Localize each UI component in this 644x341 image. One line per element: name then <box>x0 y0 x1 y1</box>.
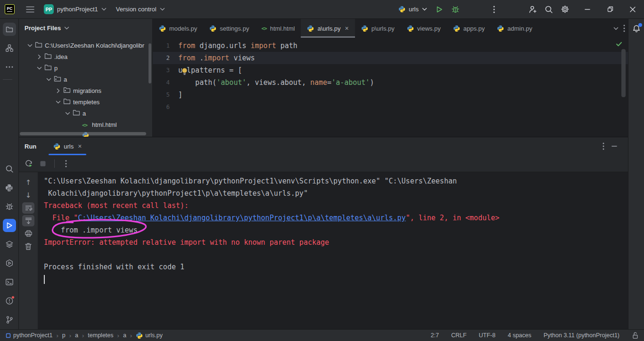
tool-stripe-debug[interactable] <box>3 200 16 213</box>
main-menu-button[interactable] <box>22 2 38 17</box>
tab-list-chevron-button[interactable] <box>613 27 619 30</box>
line-number[interactable]: 6 <box>153 101 170 113</box>
tool-stripe-python-console[interactable] <box>3 181 16 194</box>
editor-tab[interactable]: apps.py <box>447 19 491 38</box>
tool-stripe-version-control[interactable] <box>3 313 16 326</box>
project-vertical-scrollbar[interactable] <box>149 43 151 83</box>
caret-position[interactable]: 2:7 <box>431 332 439 339</box>
print-button[interactable] <box>22 228 34 239</box>
more-actions-button[interactable] <box>487 2 502 17</box>
chevron-down-icon[interactable] <box>26 44 33 47</box>
code-line[interactable]: urlpatterns = [ <box>178 64 628 76</box>
code-with-me-button[interactable] <box>525 2 540 17</box>
down-stacktrace-button[interactable]: ↓ <box>22 190 34 201</box>
editor-code[interactable]: from django.urls import pathfrom .import… <box>178 40 628 137</box>
project-panel: Project Files C:\Users\Zeeshan Kolachi\d… <box>19 19 153 137</box>
breadcrumb-item[interactable]: pythonProject1 <box>6 332 52 339</box>
breadcrumb-item[interactable]: a <box>123 332 126 339</box>
breadcrumb-item[interactable]: a <box>75 332 78 339</box>
console-output[interactable]: "C:\Users\Zeeshan Kolachi\djangolibrary\… <box>38 172 628 329</box>
editor-tab[interactable]: p\urls.py <box>355 19 401 38</box>
debug-button[interactable] <box>448 2 463 17</box>
tool-stripe-terminal[interactable] <box>3 275 16 289</box>
close-button[interactable] <box>625 2 640 17</box>
code-line[interactable]: from django.urls import path <box>178 40 628 52</box>
editor-tab[interactable]: views.py <box>401 19 447 38</box>
chevron-down-icon[interactable] <box>55 100 61 104</box>
search-everywhere-button[interactable] <box>541 2 556 17</box>
line-number[interactable]: 5 <box>153 89 170 101</box>
chevron-down-icon[interactable] <box>64 112 71 115</box>
file-link[interactable]: C:\Users\Zeeshan Kolachi\djangolibrary\p… <box>78 214 405 222</box>
tool-stripe-problems[interactable] <box>3 294 16 308</box>
version-control-widget[interactable]: Version control <box>112 2 169 17</box>
breadcrumb-item[interactable]: templetes <box>88 332 113 339</box>
line-number[interactable]: 4 <box>153 76 170 89</box>
tool-stripe-more-tool-windows[interactable] <box>3 60 16 74</box>
chevron-down-icon[interactable] <box>45 78 52 81</box>
code-editor[interactable]: 123456 from django.urls import pathfrom … <box>153 38 628 137</box>
editor-tab[interactable]: <>html.html <box>255 19 301 38</box>
tool-stripe-services[interactable] <box>3 238 16 251</box>
run-options-button[interactable] <box>603 142 604 150</box>
hide-tool-window-button[interactable] <box>611 143 618 150</box>
project-widget[interactable]: PP pythonProject1 <box>40 2 110 17</box>
maximize-button[interactable] <box>603 2 618 17</box>
breadcrumb-item[interactable]: urls.py <box>136 332 163 339</box>
tree-row[interactable]: templetes <box>19 96 152 108</box>
line-number[interactable]: 1 <box>153 40 170 52</box>
chevron-down-icon[interactable] <box>36 67 42 70</box>
tool-stripe-project[interactable] <box>3 23 16 36</box>
tree-row[interactable]: p <box>19 62 152 74</box>
editor-tab[interactable]: settings.py <box>203 19 255 38</box>
editor-tab[interactable]: models.py <box>153 19 203 38</box>
tree-row[interactable]: <>html.html <box>19 119 152 130</box>
more-button[interactable] <box>60 158 72 170</box>
tool-stripe-search[interactable] <box>3 162 16 175</box>
run-config-widget[interactable]: urls <box>395 2 431 17</box>
tool-stripe-profiler[interactable] <box>3 257 16 270</box>
scroll-to-end-button[interactable] <box>22 215 34 226</box>
stop-button[interactable] <box>37 158 49 170</box>
lock-open-icon[interactable] <box>632 332 638 339</box>
tab-close-button[interactable]: × <box>345 25 349 32</box>
tree-row[interactable]: migrations <box>19 85 152 96</box>
run-tab-close-button[interactable]: × <box>78 143 82 150</box>
chevron-right-icon[interactable] <box>55 88 61 93</box>
run-tab[interactable]: urls × <box>49 137 86 155</box>
project-panel-header[interactable]: Project Files <box>19 19 152 37</box>
editor-tab[interactable]: admin.py <box>491 19 538 38</box>
breadcrumb-item[interactable]: p <box>62 332 66 339</box>
tool-stripe-run[interactable] <box>3 219 16 232</box>
project-horizontal-scrollbar[interactable] <box>20 132 146 135</box>
run-button[interactable] <box>432 2 447 17</box>
editor-gutter[interactable]: 123456 <box>153 40 178 137</box>
console-line <box>44 249 628 261</box>
indent-style[interactable]: 4 spaces <box>508 332 531 339</box>
chevron-right-icon[interactable] <box>36 54 42 59</box>
editor-scrollbar[interactable] <box>621 49 626 97</box>
python-interpreter[interactable]: Python 3.11 (pythonProject1) <box>544 332 619 339</box>
line-number[interactable]: 2 <box>153 52 170 64</box>
file-encoding[interactable]: UTF-8 <box>479 332 495 339</box>
line-number[interactable]: 3 <box>153 64 170 76</box>
tool-stripe-structure[interactable] <box>3 42 16 55</box>
code-line[interactable] <box>178 101 628 113</box>
code-line[interactable]: from .import views <box>178 52 628 64</box>
up-stacktrace-button[interactable]: ↑ <box>22 177 34 188</box>
rerun-button[interactable] <box>23 158 35 170</box>
tree-row[interactable]: C:\Users\Zeeshan Kolachi\djangolibr <box>19 40 152 51</box>
tab-options-button[interactable] <box>623 25 625 32</box>
tree-row[interactable]: a <box>19 108 152 119</box>
soft-wrap-button[interactable] <box>22 202 34 214</box>
clear-all-button[interactable] <box>22 241 34 252</box>
notifications-button[interactable] <box>630 23 643 35</box>
minimize-button[interactable] <box>580 2 595 17</box>
editor-tab[interactable]: a\urls.py× <box>301 19 355 38</box>
code-line[interactable]: path('about', views.about, name='a-about… <box>178 76 628 89</box>
settings-button[interactable] <box>557 2 572 17</box>
code-line[interactable]: ] <box>178 89 628 101</box>
tree-row[interactable]: .idea <box>19 51 152 62</box>
line-separator[interactable]: CRLF <box>451 332 467 339</box>
tree-row[interactable]: a <box>19 74 152 85</box>
